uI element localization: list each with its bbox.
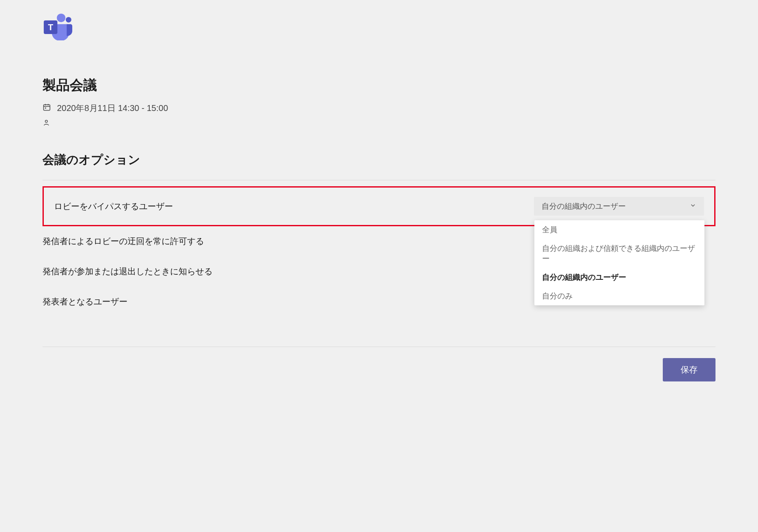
dropdown-option-everyone[interactable]: 全員	[534, 220, 704, 239]
meeting-datetime: 2020年8月11日 14:30 - 15:00	[57, 102, 168, 114]
teams-logo-icon: T	[43, 13, 715, 42]
svg-rect-8	[45, 108, 46, 109]
svg-point-1	[66, 17, 71, 23]
lobby-bypass-dropdown: 全員 自分の組織および信頼できる組織内のユーザー 自分の組織内のユーザー 自分の…	[534, 220, 704, 305]
section-title: 会議のオプション	[43, 152, 715, 168]
svg-point-9	[45, 120, 47, 122]
dropdown-option-only-me[interactable]: 自分のみ	[534, 287, 704, 305]
chevron-down-icon	[690, 202, 696, 211]
lobby-bypass-label: ロビーをバイパスするユーザー	[54, 201, 173, 212]
lobby-bypass-selected: 自分の組織内のユーザー	[542, 201, 626, 211]
caller-bypass-label: 発信者によるロビーの迂回を常に許可する	[43, 236, 204, 247]
svg-point-0	[57, 14, 65, 22]
organizer-row	[43, 119, 715, 128]
svg-rect-4	[44, 105, 50, 110]
dropdown-option-trusted-orgs[interactable]: 自分の組織および信頼できる組織内のユーザー	[534, 239, 704, 268]
calendar-icon	[43, 103, 51, 114]
divider	[43, 180, 715, 180]
dropdown-option-my-org[interactable]: 自分の組織内のユーザー	[534, 268, 704, 287]
save-button[interactable]: 保存	[663, 358, 715, 381]
svg-text:T: T	[48, 23, 54, 32]
person-icon	[43, 121, 50, 128]
lobby-bypass-select[interactable]: 自分の組織内のユーザー	[534, 197, 704, 216]
announce-label: 発信者が参加または退出したときに知らせる	[43, 266, 213, 277]
meeting-datetime-row: 2020年8月11日 14:30 - 15:00	[43, 102, 715, 114]
meeting-title: 製品会議	[43, 76, 715, 95]
presenter-label: 発表者となるユーザー	[43, 296, 128, 307]
